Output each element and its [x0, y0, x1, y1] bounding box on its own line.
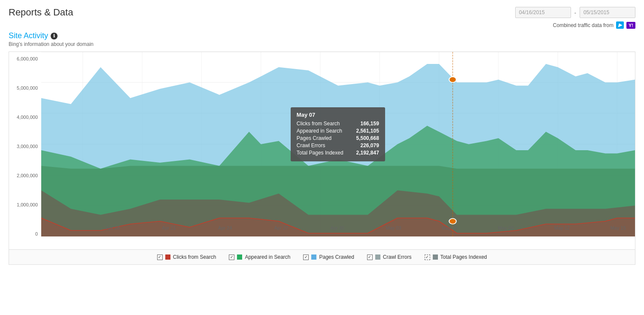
x-axis: Apr 18 Apr 21 Apr 24 Apr 27 Apr 30 May 0… [73, 224, 635, 236]
site-activity-section: Site Activity ℹ Bing's information about… [9, 31, 635, 265]
traffic-info-label: Combined traffic data from [553, 22, 614, 28]
tooltip-row-indexed: Total Pages Indexed 2,192,847 [297, 150, 379, 156]
chart-area: 6,000,000 5,000,000 4,000,000 3,000,000 … [9, 52, 635, 249]
legend-item-appeared[interactable]: ✓ Appeared in Search [229, 254, 290, 260]
chart-plot: May 07 Clicks from Search 166,159 Appear… [41, 52, 635, 236]
y-label-2m: 2,000,000 [9, 173, 38, 178]
y-label-5m: 5,000,000 [9, 85, 38, 91]
chart-wrapper: 6,000,000 5,000,000 4,000,000 3,000,000 … [9, 51, 635, 265]
tooltip-label-indexed: Total Pages Indexed [297, 150, 343, 156]
tooltip-value-crawled: 5,500,668 [356, 135, 379, 141]
legend-color-errors [375, 254, 380, 260]
legend-item-errors[interactable]: ✓ Crawl Errors [367, 254, 412, 260]
x-label-apr27: Apr 27 [274, 225, 288, 230]
info-icon[interactable]: ℹ [51, 33, 58, 39]
legend-label-crawled: Pages Crawled [319, 254, 354, 260]
date-separator: - [574, 9, 576, 16]
y-axis: 6,000,000 5,000,000 4,000,000 3,000,000 … [9, 52, 41, 236]
header-row: Reports & Data - [9, 7, 635, 18]
legend-checkbox-indexed[interactable]: ✓ [425, 254, 430, 260]
legend-label-indexed: Total Pages Indexed [440, 254, 487, 260]
legend-color-indexed [433, 254, 438, 260]
x-label-may03: May 03 [386, 225, 401, 230]
legend-label-clicks: Clicks from Search [173, 254, 216, 260]
legend-item-crawled[interactable]: ✓ Pages Crawled [303, 254, 354, 260]
section-title-row: Site Activity ℹ [9, 31, 635, 40]
tooltip-label-crawled: Pages Crawled [297, 135, 331, 141]
tooltip-label-clicks: Clicks from Search [297, 121, 340, 127]
page-container: Reports & Data - Combined traffic data f… [0, 0, 644, 272]
y-label-3m: 3,000,000 [9, 144, 38, 149]
legend-checkbox-crawled[interactable]: ✓ [303, 254, 309, 260]
date-range-row: - [515, 7, 635, 18]
legend-item-indexed[interactable]: ✓ Total Pages Indexed [425, 254, 487, 260]
x-label-apr24: Apr 24 [218, 225, 232, 230]
legend-bar: ✓ Clicks from Search ✓ Appeared in Searc… [9, 249, 635, 264]
chart-tooltip: May 07 Clicks from Search 166,159 Appear… [291, 107, 385, 161]
x-label-may06: May 06 [442, 225, 457, 230]
yahoo-badge: Y! [626, 22, 635, 29]
tooltip-row-errors: Crawl Errors 226,079 [297, 142, 379, 148]
x-label-apr18: Apr 18 [106, 225, 119, 230]
bing-badge: ▶ [616, 21, 624, 29]
end-date-input[interactable] [580, 7, 635, 18]
traffic-info-row: Combined traffic data from ▶ Y! [9, 21, 635, 29]
tooltip-label-errors: Crawl Errors [297, 142, 325, 148]
y-label-4m: 4,000,000 [9, 115, 38, 120]
legend-checkbox-errors[interactable]: ✓ [367, 254, 373, 260]
tooltip-row-clicks: Clicks from Search 166,159 [297, 121, 379, 127]
legend-color-clicks [165, 254, 170, 260]
x-label-may15: May 15 [611, 225, 626, 230]
svg-point-23 [449, 77, 456, 82]
y-label-0: 0 [9, 231, 38, 236]
tooltip-value-appeared: 2,561,105 [356, 128, 379, 134]
x-label-may12: May 12 [554, 225, 570, 230]
section-title: Site Activity [9, 31, 48, 40]
legend-label-errors: Crawl Errors [383, 254, 412, 260]
legend-label-appeared: Appeared in Search [245, 254, 290, 260]
legend-color-crawled [311, 254, 316, 260]
legend-checkbox-appeared[interactable]: ✓ [229, 254, 234, 260]
tooltip-date: May 07 [297, 112, 379, 118]
tooltip-value-clicks: 166,159 [360, 121, 379, 127]
legend-checkbox-clicks[interactable]: ✓ [157, 254, 163, 260]
y-label-6m: 6,000,000 [9, 56, 38, 61]
start-date-input[interactable] [515, 7, 571, 18]
tooltip-label-appeared: Appeared in Search [297, 128, 342, 134]
tooltip-row-appeared: Appeared in Search 2,561,105 [297, 128, 379, 134]
tooltip-value-indexed: 2,192,847 [356, 150, 379, 156]
x-label-apr21: Apr 21 [162, 225, 176, 230]
legend-color-appeared [237, 254, 242, 260]
tooltip-row-crawled: Pages Crawled 5,500,668 [297, 135, 379, 141]
x-label-apr30: Apr 30 [331, 225, 344, 230]
legend-item-clicks[interactable]: ✓ Clicks from Search [157, 254, 216, 260]
y-label-1m: 1,000,000 [9, 202, 38, 207]
tooltip-value-errors: 226,079 [360, 142, 379, 148]
page-title: Reports & Data [9, 7, 73, 18]
section-subtitle: Bing's information about your domain [9, 41, 635, 47]
x-label-may09: May 09 [498, 225, 513, 230]
